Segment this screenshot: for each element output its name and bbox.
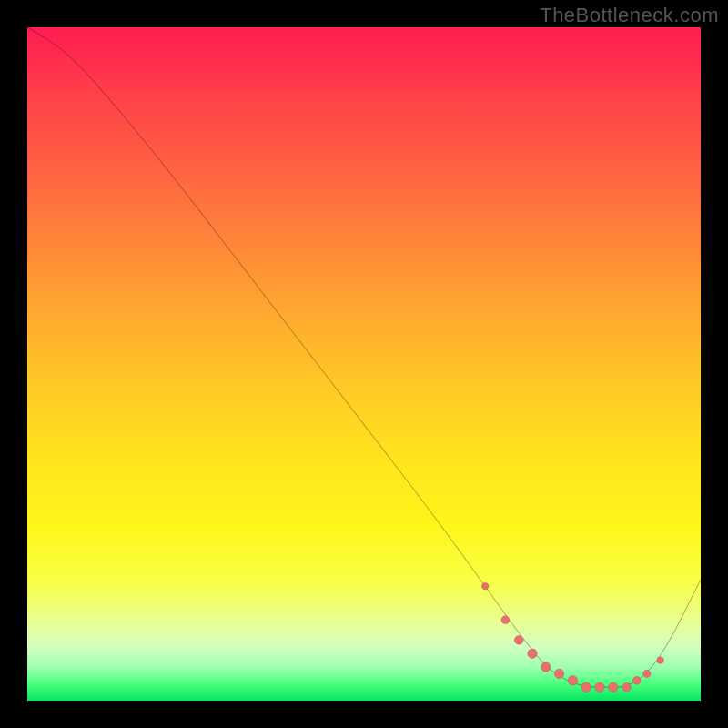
marker-dot: [541, 662, 551, 672]
marker-dot: [609, 682, 618, 692]
watermark-text: TheBottleneck.com: [540, 4, 719, 27]
chart-frame: TheBottleneck.com: [0, 0, 728, 728]
plot-area: [27, 27, 701, 701]
marker-dot: [501, 616, 510, 624]
marker-group: [482, 583, 664, 693]
marker-dot: [595, 682, 604, 692]
marker-dot: [482, 583, 489, 590]
curve-svg: [27, 27, 701, 701]
marker-dot: [554, 669, 563, 678]
marker-dot: [514, 636, 523, 645]
marker-dot: [528, 649, 537, 658]
marker-dot: [657, 657, 663, 663]
marker-dot: [581, 682, 591, 692]
marker-dot: [643, 670, 651, 677]
marker-dot: [568, 676, 577, 685]
main-curve: [27, 27, 701, 687]
marker-dot: [622, 682, 632, 692]
marker-dot: [632, 676, 641, 684]
